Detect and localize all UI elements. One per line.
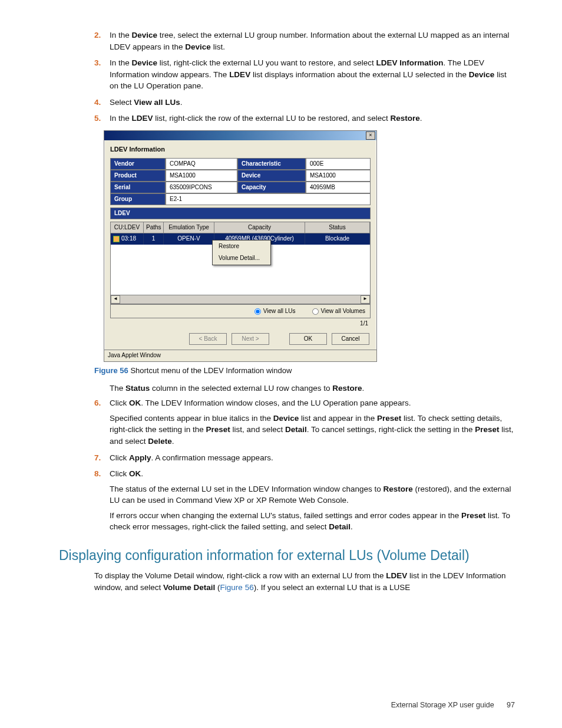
statusbar: Java Applet Window — [104, 350, 376, 361]
col-capacity[interactable]: Capacity — [214, 222, 305, 234]
status-change-note: The Status column in the selected extern… — [110, 383, 515, 394]
step-number: 3. — [94, 57, 101, 69]
step-8: 8. Click OK. The status of the external … — [94, 468, 515, 533]
device-value: MSA1000 — [306, 170, 371, 182]
capacity-label: Capacity — [237, 182, 306, 193]
step-8-followup-a: The status of the external LU set in the… — [110, 483, 515, 506]
radio-vols-input[interactable] — [312, 308, 319, 315]
section-heading: Displaying configuration information for… — [59, 546, 515, 565]
step-2-text: In the Device tree, select the external … — [110, 31, 509, 51]
step-5: 5. In the LDEV list, right-click the row… — [94, 113, 515, 124]
capacity-value: 40959MB — [306, 182, 371, 193]
col-emulation[interactable]: Emulation Type — [164, 222, 214, 234]
step-7-text: Click Apply. A confirmation message appe… — [110, 453, 273, 462]
titlebar: × — [104, 131, 376, 140]
product-label: Product — [110, 170, 166, 182]
ldev-label: LDEV — [110, 207, 371, 219]
back-button[interactable]: < Back — [189, 333, 227, 345]
step-8-text: Click OK. — [110, 469, 143, 478]
ok-button[interactable]: OK — [289, 333, 327, 345]
step-number: 2. — [94, 29, 101, 41]
page-indicator: 1/1 — [110, 318, 371, 331]
figure-caption: Figure 56 Shortcut menu of the LDEV Info… — [94, 365, 515, 377]
step-6-followup: Specified contents appear in blue italic… — [110, 413, 515, 447]
step-number: 4. — [94, 97, 101, 108]
step-4-text: Select View all LUs. — [110, 98, 183, 107]
col-culdev[interactable]: CU:LDEV — [111, 222, 144, 234]
view-options: View all LUs View all Volumes — [110, 304, 371, 319]
serial-value: 635009IPCONS — [166, 182, 237, 193]
step-number: 7. — [94, 452, 101, 464]
vendor-value: COMPAQ — [166, 158, 237, 170]
volume-icon — [113, 236, 120, 242]
col-status[interactable]: Status — [305, 222, 370, 234]
button-row: < Back Next > OK Cancel — [110, 331, 371, 347]
cell-emulation: OPEN-V — [164, 233, 214, 245]
figure-number: Figure 56 — [94, 366, 128, 375]
ldev-information-window: × LDEV Information Vendor COMPAQ Charact… — [104, 130, 377, 362]
step-2: 2. In the Device tree, select the extern… — [94, 29, 515, 52]
step-8-followup-b: If errors occur when changing the extern… — [110, 510, 515, 533]
characteristic-label: Characteristic — [237, 158, 306, 170]
menu-volume-detail[interactable]: Volume Detail... — [213, 252, 270, 265]
radio-view-all-volumes[interactable]: View all Volumes — [312, 307, 365, 316]
figure-link[interactable]: Figure 56 — [220, 583, 254, 592]
step-3: 3. In the Device list, right-click the e… — [94, 57, 515, 92]
characteristic-value: 000E — [306, 158, 371, 170]
step-5-text: In the LDEV list, right-click the row of… — [110, 114, 422, 123]
vendor-label: Vendor — [110, 158, 166, 170]
step-7: 7. Click Apply. A confirmation message a… — [94, 452, 515, 464]
serial-label: Serial — [110, 182, 166, 193]
context-menu: Restore Volume Detail... — [212, 240, 271, 265]
cancel-button[interactable]: Cancel — [332, 333, 369, 345]
product-value: MSA1000 — [166, 170, 237, 182]
section-intro: To display the Volume Detail window, rig… — [94, 570, 515, 593]
h-scrollbar[interactable]: ◄ ► — [111, 295, 370, 304]
cell-status: Blockade — [305, 233, 370, 245]
step-number: 8. — [94, 468, 101, 480]
step-6: 6. Click OK. The LDEV Information window… — [94, 397, 515, 447]
info-grid: Vendor COMPAQ Characteristic 000E Produc… — [110, 158, 371, 205]
next-button[interactable]: Next > — [232, 333, 269, 345]
close-icon[interactable]: × — [366, 131, 375, 140]
step-4: 4. Select View all LUs. — [94, 97, 515, 108]
cell-paths: 1 — [144, 233, 164, 245]
scroll-left-icon[interactable]: ◄ — [111, 295, 120, 304]
radio-lus-input[interactable] — [254, 308, 261, 315]
scroll-right-icon[interactable]: ► — [361, 295, 370, 304]
ldev-table: CU:LDEV Paths Emulation Type Capacity St… — [110, 222, 371, 304]
step-3-text: In the Device list, right-click the exte… — [110, 58, 507, 90]
step-number: 5. — [94, 113, 101, 124]
step-number: 6. — [94, 397, 101, 409]
table-header: CU:LDEV Paths Emulation Type Capacity St… — [111, 222, 370, 234]
step-6-text: Click OK. The LDEV Information window cl… — [110, 398, 411, 407]
device-label: Device — [237, 170, 306, 182]
radio-view-all-lus[interactable]: View all LUs — [254, 307, 296, 316]
group-value: E2-1 — [166, 193, 371, 205]
col-paths[interactable]: Paths — [144, 222, 164, 234]
cell-culdev: 03:18 — [111, 233, 144, 245]
group-label: Group — [110, 193, 166, 205]
menu-restore[interactable]: Restore — [213, 241, 270, 253]
window-header: LDEV Information — [110, 145, 371, 154]
